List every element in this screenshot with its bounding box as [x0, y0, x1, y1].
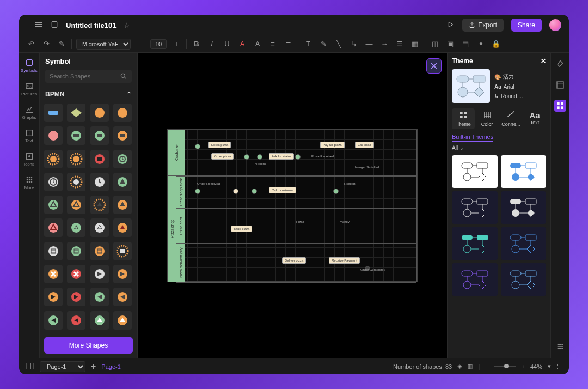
- shape-item[interactable]: [90, 218, 109, 237]
- layout-icon[interactable]: ▦: [409, 39, 420, 50]
- format-painter-icon[interactable]: ✎: [56, 39, 67, 50]
- tab-text[interactable]: Aa Text: [523, 108, 546, 129]
- share-button[interactable]: Share: [511, 19, 542, 32]
- zoom-level[interactable]: 44%: [530, 363, 542, 370]
- line-weight-icon[interactable]: —: [364, 39, 375, 50]
- shape-item[interactable]: [90, 311, 109, 330]
- close-icon[interactable]: ✕: [541, 57, 546, 65]
- tab-connector[interactable]: Conne...: [500, 108, 523, 129]
- rail-text[interactable]: T Text: [21, 126, 38, 145]
- shape-item[interactable]: [90, 150, 109, 168]
- play-button[interactable]: [446, 20, 455, 31]
- theme-card[interactable]: [501, 191, 547, 224]
- bpmn-diagram[interactable]: Customer Pizza shop Pizza shop clerk Piz…: [167, 129, 418, 282]
- shape-item[interactable]: [44, 265, 63, 283]
- rail-more[interactable]: More: [21, 173, 38, 192]
- shape-item[interactable]: [90, 104, 109, 122]
- rail-pictures[interactable]: Pictures: [21, 80, 38, 99]
- rail-layout-icon[interactable]: [554, 79, 566, 91]
- shape-item[interactable]: [113, 173, 132, 191]
- theme-filter[interactable]: All ⌄: [452, 145, 546, 151]
- pen-tool-icon[interactable]: ✎: [318, 39, 329, 50]
- pages-icon[interactable]: ▥: [467, 363, 473, 370]
- outline-icon[interactable]: [26, 362, 34, 372]
- more-shapes-button[interactable]: More Shapes: [44, 337, 133, 354]
- shape-item[interactable]: [90, 196, 109, 214]
- undo-icon[interactable]: ↶: [26, 39, 36, 50]
- shape-item[interactable]: [44, 173, 63, 191]
- tab-color[interactable]: Color: [476, 108, 499, 129]
- theme-card[interactable]: [501, 227, 547, 260]
- user-avatar[interactable]: [549, 19, 561, 31]
- shape-item[interactable]: [113, 265, 132, 283]
- shape-item[interactable]: [113, 150, 132, 168]
- italic-icon[interactable]: I: [206, 39, 217, 50]
- shape-item[interactable]: [67, 288, 85, 306]
- group-icon[interactable]: ▣: [445, 39, 456, 50]
- page-setup-icon[interactable]: ▤: [460, 39, 471, 50]
- theme-card[interactable]: [452, 227, 498, 260]
- theme-card[interactable]: [501, 263, 547, 296]
- category-header[interactable]: BPMN ⌃: [40, 87, 137, 101]
- shape-item[interactable]: [90, 288, 109, 306]
- align-vertical-icon[interactable]: ≣: [283, 39, 293, 50]
- shape-item[interactable]: [113, 218, 132, 237]
- shape-item[interactable]: [44, 311, 63, 330]
- shape-item[interactable]: [113, 311, 132, 330]
- hamburger-menu[interactable]: [34, 20, 43, 31]
- theme-card[interactable]: [452, 263, 498, 296]
- shape-item[interactable]: [113, 104, 132, 122]
- shape-item[interactable]: [67, 242, 85, 260]
- layers-icon[interactable]: ◈: [457, 363, 462, 370]
- shape-item[interactable]: [67, 104, 85, 122]
- shape-item[interactable]: [67, 150, 85, 168]
- font-size-minus[interactable]: −: [135, 39, 146, 50]
- align-left-icon[interactable]: ≡: [267, 39, 278, 50]
- shape-item[interactable]: [44, 288, 63, 306]
- rail-theme-icon[interactable]: [554, 100, 566, 112]
- connector-tool-icon[interactable]: ╲: [333, 39, 344, 50]
- zoom-slider[interactable]: [494, 366, 516, 367]
- shape-item[interactable]: [67, 265, 85, 283]
- file-title[interactable]: Untitled file101: [66, 21, 116, 29]
- rail-graphs[interactable]: Graphs: [21, 103, 38, 122]
- ai-assist-icon[interactable]: [426, 58, 442, 74]
- export-button[interactable]: Export: [462, 19, 504, 32]
- shape-item[interactable]: [67, 218, 85, 237]
- add-page-button[interactable]: +: [91, 362, 96, 372]
- shape-item[interactable]: [90, 242, 109, 260]
- theme-card[interactable]: [452, 155, 498, 188]
- arrow-style-icon[interactable]: →: [379, 39, 390, 50]
- font-select[interactable]: Microsoft YaHei: [76, 39, 131, 50]
- rail-symbols[interactable]: Symbols: [21, 56, 38, 75]
- canvas[interactable]: Customer Pizza shop Pizza shop clerk Piz…: [138, 53, 447, 358]
- zoom-in-button[interactable]: +: [522, 363, 525, 370]
- shape-item[interactable]: [67, 173, 85, 191]
- rail-icons[interactable]: Icons: [21, 150, 38, 169]
- underline-icon[interactable]: U: [222, 39, 232, 50]
- font-color-icon[interactable]: A: [237, 39, 248, 50]
- shape-item[interactable]: [113, 288, 132, 306]
- rail-paint-icon[interactable]: [554, 58, 566, 70]
- rail-settings-icon[interactable]: [554, 341, 566, 352]
- theme-card[interactable]: [452, 191, 498, 224]
- shape-item[interactable]: [44, 218, 63, 237]
- effects-icon[interactable]: ✦: [475, 39, 486, 50]
- shape-item[interactable]: [44, 104, 63, 122]
- shape-item[interactable]: [113, 126, 132, 145]
- shape-item[interactable]: [44, 242, 63, 260]
- font-size-plus[interactable]: +: [171, 39, 182, 50]
- layer-icon[interactable]: ◫: [430, 39, 440, 50]
- shape-item[interactable]: [90, 173, 109, 191]
- search-input[interactable]: [45, 70, 132, 83]
- zoom-out-button[interactable]: −: [485, 363, 488, 370]
- page-tab[interactable]: Page-1: [101, 363, 120, 370]
- shape-item[interactable]: [67, 126, 85, 145]
- list-icon[interactable]: ☰: [394, 39, 405, 50]
- line-style-icon[interactable]: ↳: [348, 39, 359, 50]
- star-icon[interactable]: ☆: [124, 21, 130, 29]
- shape-item[interactable]: [44, 126, 63, 145]
- tab-theme[interactable]: Theme: [452, 108, 475, 129]
- shape-item[interactable]: [113, 196, 132, 214]
- font-options-icon[interactable]: A: [252, 39, 263, 50]
